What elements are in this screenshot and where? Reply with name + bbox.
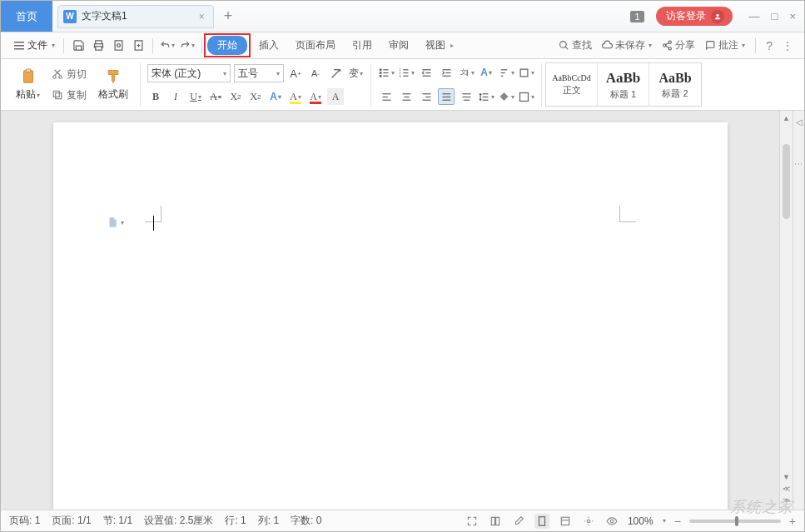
cut-button[interactable]: 剪切	[48, 66, 90, 83]
text-direction-icon[interactable]: 文▾	[458, 64, 475, 81]
eye-view-icon[interactable]	[604, 514, 619, 529]
numbering-icon[interactable]: 123▾	[398, 64, 415, 81]
superscript-icon[interactable]: X2	[227, 88, 244, 105]
next-page-icon[interactable]: ≫	[780, 495, 793, 506]
annotate-button[interactable]: 批注▾	[705, 38, 745, 52]
strike-icon[interactable]: A▾	[207, 88, 224, 105]
char-shading-icon[interactable]: A	[327, 88, 344, 105]
shrink-font-icon[interactable]: A-	[307, 65, 324, 82]
help-button[interactable]: ?	[766, 39, 773, 52]
file-menu[interactable]: 文件 ▾	[7, 37, 62, 54]
font-family-value: 宋体 (正文)	[152, 67, 201, 81]
notification-badge[interactable]: 1	[630, 11, 644, 22]
line-height-icon[interactable]: ▾	[478, 88, 494, 105]
status-words[interactable]: 字数: 0	[291, 514, 321, 528]
find-button[interactable]: 查找	[559, 38, 592, 52]
font-color-icon[interactable]: A▾	[307, 88, 324, 105]
status-col[interactable]: 列: 1	[258, 514, 279, 528]
export-icon[interactable]	[131, 38, 146, 53]
style-item-2[interactable]: AaBb标题 2	[649, 63, 701, 107]
close-tab-icon[interactable]: ×	[199, 11, 205, 22]
status-page-no[interactable]: 页码: 1	[9, 514, 40, 528]
login-button[interactable]: 访客登录	[656, 7, 733, 26]
svg-line-10	[565, 47, 568, 49]
underline-icon[interactable]: U▾	[187, 88, 204, 105]
print-preview-icon[interactable]	[111, 38, 126, 53]
line-spacing-icon[interactable]: A▾	[478, 64, 494, 81]
clear-format-icon[interactable]	[327, 65, 344, 82]
style-item-1[interactable]: AaBb标题 1	[598, 63, 649, 107]
align-left-icon[interactable]	[378, 88, 395, 105]
highlight-icon[interactable]: A▾	[287, 88, 304, 105]
scroll-down-icon[interactable]: ▼	[780, 471, 793, 483]
outdent-icon[interactable]	[418, 64, 435, 81]
zoom-in-button[interactable]: +	[789, 515, 796, 528]
edit-view-icon[interactable]	[511, 514, 526, 529]
phonetic-icon[interactable]: 变▾	[347, 65, 364, 82]
sidebar-collapse-icon[interactable]: ◁	[796, 117, 803, 127]
status-setting[interactable]: 设置值: 2.5厘米	[144, 514, 213, 528]
zoom-slider[interactable]	[689, 520, 781, 523]
zoom-out-button[interactable]: −	[674, 515, 681, 528]
scroll-thumb[interactable]	[783, 144, 790, 219]
prev-page-icon[interactable]: ≪	[780, 483, 793, 495]
minimize-button[interactable]: —	[749, 10, 760, 22]
borders-icon[interactable]: ▾	[518, 88, 534, 105]
align-distribute-icon[interactable]	[458, 88, 475, 105]
font-size-select[interactable]: 五号▾	[234, 64, 284, 82]
bullets-icon[interactable]: ▾	[378, 64, 395, 81]
tab-layout[interactable]: 页面布局	[287, 35, 344, 56]
vertical-scrollbar[interactable]: ▲ ▼ ≪ ≫	[779, 111, 793, 510]
save-icon[interactable]	[71, 38, 86, 53]
shading-icon[interactable]: ▾	[498, 88, 514, 105]
text-effects-icon[interactable]: A▾	[267, 88, 284, 105]
paste-button[interactable]: 粘贴▾	[11, 66, 45, 103]
indent-icon[interactable]	[438, 64, 455, 81]
page[interactable]: ▾	[53, 122, 728, 510]
web-view-icon[interactable]	[581, 514, 596, 529]
status-section[interactable]: 节: 1/1	[103, 514, 132, 528]
sidebar-toggle[interactable]: ◁ ⋮	[793, 111, 804, 510]
show-marks-icon[interactable]: ▾	[518, 64, 534, 81]
page-view-icon[interactable]	[534, 514, 549, 529]
tab-insert[interactable]: 插入	[251, 35, 287, 56]
status-row[interactable]: 行: 1	[225, 514, 246, 528]
home-tab[interactable]: 首页	[1, 1, 52, 32]
zoom-knob[interactable]	[735, 516, 738, 526]
add-tab-button[interactable]: +	[224, 7, 233, 25]
tab-references[interactable]: 引用	[344, 35, 380, 56]
zoom-value[interactable]: 100%	[628, 515, 653, 527]
align-center-icon[interactable]	[398, 88, 415, 105]
tab-view[interactable]: 视图	[417, 35, 454, 56]
scroll-up-icon[interactable]: ▲	[780, 112, 793, 124]
grow-font-icon[interactable]: A+	[287, 65, 304, 82]
font-family-select[interactable]: 宋体 (正文)▾	[147, 64, 231, 82]
italic-icon[interactable]: I	[167, 88, 184, 105]
outline-view-icon[interactable]	[558, 514, 573, 529]
bold-icon[interactable]: B	[147, 88, 164, 105]
sort-icon[interactable]: ▾	[498, 64, 514, 81]
document-scroll[interactable]: ▾	[1, 111, 779, 510]
print-icon[interactable]	[91, 38, 106, 53]
styles-gallery[interactable]: AaBbCcDd正文AaBb标题 1AaBb标题 2	[545, 62, 702, 107]
tab-review[interactable]: 审阅	[380, 35, 417, 56]
close-window-button[interactable]: ×	[789, 10, 796, 22]
subscript-icon[interactable]: X2	[247, 88, 264, 105]
fullscreen-icon[interactable]	[465, 514, 480, 529]
share-button[interactable]: 分享	[662, 38, 695, 52]
style-item-0[interactable]: AaBbCcDd正文	[546, 63, 598, 107]
unsaved-button[interactable]: 未保存▾	[602, 38, 652, 52]
undo-icon[interactable]: ▾	[160, 38, 175, 53]
align-justify-icon[interactable]	[438, 88, 455, 105]
read-view-icon[interactable]	[488, 514, 503, 529]
align-right-icon[interactable]	[418, 88, 435, 105]
tab-start[interactable]: 开始	[207, 36, 247, 55]
redo-icon[interactable]: ▾	[180, 38, 195, 53]
document-tab[interactable]: W 文字文稿1 ×	[57, 5, 214, 28]
page-hint-icon[interactable]: ▾	[107, 216, 124, 229]
format-painter-button[interactable]: 格式刷	[93, 66, 133, 103]
status-page[interactable]: 页面: 1/1	[52, 514, 91, 528]
maximize-button[interactable]: □	[772, 10, 778, 22]
copy-button[interactable]: 复制	[48, 87, 90, 104]
more-button[interactable]: ⋮	[783, 40, 793, 52]
